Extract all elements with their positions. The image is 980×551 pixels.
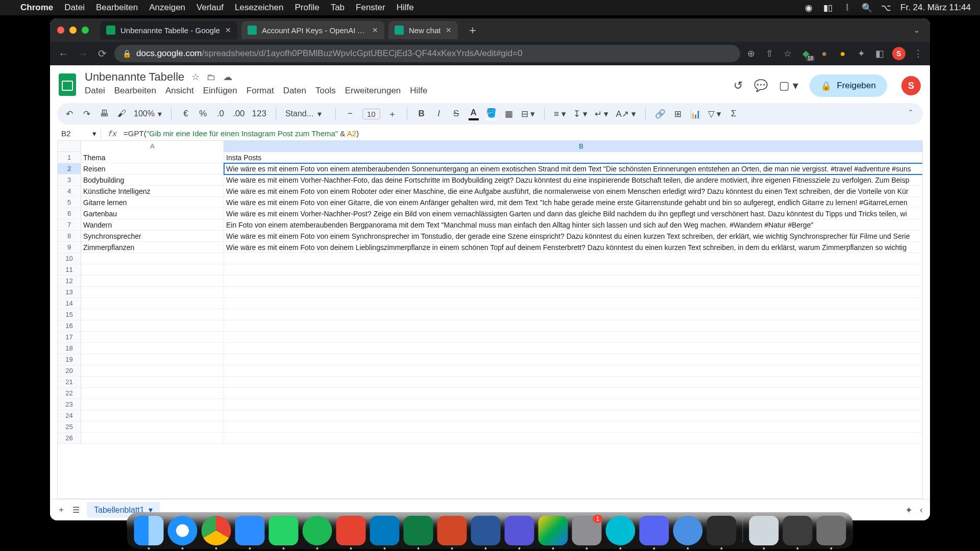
dock-item-chrome[interactable] [202, 516, 231, 545]
row-header[interactable]: 17 [58, 332, 81, 343]
filter-button[interactable]: ▽ ▾ [708, 109, 722, 119]
cell[interactable]: Künstliche Intelligenz [81, 186, 224, 197]
wifi-icon[interactable]: ⧙ [842, 3, 852, 13]
row-header[interactable]: 7 [58, 219, 81, 231]
menu-item[interactable]: Hilfe [410, 86, 427, 96]
extension-icon[interactable]: ◆18 [800, 48, 812, 59]
sidepanel-icon[interactable]: ◧ [874, 48, 885, 59]
name-box[interactable]: B2▾ [57, 129, 101, 138]
cell[interactable] [224, 433, 923, 444]
close-window-button[interactable] [57, 27, 64, 34]
cell[interactable] [224, 421, 923, 433]
dock-item-audio[interactable] [707, 516, 737, 545]
profile-avatar[interactable]: S [892, 47, 905, 60]
menubar-clock[interactable]: Fr. 24. März 11:44 [900, 3, 971, 13]
side-panel-toggle-icon[interactable]: ‹ [920, 505, 923, 515]
cell[interactable]: Wandern [81, 219, 224, 231]
align-button[interactable]: ≡ ▾ [554, 109, 566, 119]
valign-button[interactable]: ↧ ▾ [573, 109, 587, 119]
cell[interactable]: Wie wäre es mit einem Foto von einer Git… [224, 197, 923, 208]
dock-item-excel[interactable] [404, 516, 433, 545]
cell[interactable] [224, 320, 923, 332]
cell[interactable]: Ein Foto von einem atemberaubenden Bergp… [224, 219, 923, 231]
italic-button[interactable]: I [434, 109, 444, 119]
cell[interactable] [224, 298, 923, 309]
menubar-item[interactable]: Lesezeichen [235, 3, 283, 13]
cell[interactable]: Zimmerpflanzen [81, 242, 224, 253]
dock-item-drive[interactable] [538, 516, 568, 545]
cloud-status-icon[interactable]: ☁ [223, 71, 232, 83]
close-tab-icon[interactable]: ✕ [446, 26, 452, 34]
cell[interactable]: Wie wäre es mit einem Vorher-Nachher-Fot… [224, 174, 923, 186]
cell[interactable] [81, 253, 224, 264]
comment-button[interactable]: ⊞ [673, 109, 683, 119]
spreadsheet-grid[interactable]: A B 1ThemaInsta Posts2ReisenWie wäre es … [57, 141, 923, 499]
dock-item-mission-control[interactable] [783, 516, 813, 545]
cell[interactable] [224, 332, 923, 343]
decrease-decimal-button[interactable]: .0 [215, 109, 226, 119]
cell[interactable] [224, 253, 923, 264]
cell[interactable] [224, 410, 923, 421]
bold-button[interactable]: B [416, 109, 427, 119]
menu-item[interactable]: Ansicht [165, 86, 194, 96]
cell[interactable] [81, 410, 224, 421]
print-button[interactable]: 🖶 [99, 109, 109, 119]
more-formats-button[interactable]: 123 [252, 109, 266, 119]
share-button[interactable]: 🔒 Freigeben [810, 74, 887, 97]
menubar-item[interactable]: Profile [295, 3, 319, 13]
cell[interactable] [224, 365, 923, 377]
menubar-item[interactable]: Verlauf [197, 3, 224, 13]
menubar-item[interactable]: Datei [64, 3, 85, 13]
cell[interactable] [81, 421, 224, 433]
cell[interactable] [224, 309, 923, 320]
browser-tab[interactable]: New chat ✕ [388, 21, 458, 39]
close-tab-icon[interactable]: ✕ [225, 26, 231, 34]
row-header[interactable]: 3 [58, 174, 81, 186]
cell[interactable] [224, 264, 923, 276]
row-header[interactable]: 12 [58, 276, 81, 287]
cell[interactable]: Synchronsprecher [81, 231, 224, 242]
row-header[interactable]: 25 [58, 421, 81, 433]
cell[interactable] [81, 287, 224, 298]
redo-button[interactable]: ↷ [82, 109, 92, 119]
all-sheets-button[interactable]: ☰ [72, 505, 80, 515]
text-color-button[interactable]: A [469, 108, 479, 120]
row-header[interactable]: 10 [58, 253, 81, 264]
share-icon[interactable]: ⇧ [764, 48, 775, 59]
row-header[interactable]: 21 [58, 377, 81, 388]
menu-item[interactable]: Bearbeiten [114, 86, 156, 96]
row-header[interactable]: 20 [58, 365, 81, 377]
dock-item-zoom[interactable] [235, 516, 265, 545]
row-header[interactable]: 15 [58, 309, 81, 320]
address-bar[interactable]: 🔒 docs.google.com/spreadsheets/d/1ayofh0… [114, 45, 740, 62]
dock-item-trash[interactable] [817, 516, 846, 545]
cell[interactable] [81, 343, 224, 354]
browser-tab[interactable]: Account API Keys - OpenAI API ✕ [241, 21, 384, 39]
extension-icon[interactable]: ● [819, 48, 830, 59]
font-size-input[interactable]: 10 [362, 109, 380, 119]
cell[interactable]: Wie wäre es mit einem Vorher-Nachher-Pos… [224, 208, 923, 219]
row-header[interactable]: 11 [58, 264, 81, 276]
history-icon[interactable]: ↺ [733, 79, 743, 92]
borders-button[interactable]: ▦ [504, 109, 514, 119]
row-header[interactable]: 24 [58, 410, 81, 421]
battery-icon[interactable]: ▮▯ [823, 3, 833, 13]
collapse-toolbar-icon[interactable]: ˆ [905, 109, 916, 119]
functions-button[interactable]: Σ [728, 109, 739, 119]
cell[interactable]: Thema [81, 152, 224, 163]
dock-item-trello[interactable] [370, 516, 400, 545]
paint-format-button[interactable]: 🖌 [116, 109, 127, 119]
document-title[interactable]: Unbenannte Tabelle [85, 70, 184, 84]
cell[interactable] [81, 377, 224, 388]
dock-item-powerpoint[interactable] [437, 516, 467, 545]
back-button[interactable]: ← [56, 48, 70, 60]
move-icon[interactable]: 🗀 [207, 72, 216, 83]
cell[interactable] [81, 365, 224, 377]
row-header[interactable]: 23 [58, 399, 81, 410]
undo-button[interactable]: ↶ [64, 109, 75, 119]
strikethrough-button[interactable]: S [451, 109, 461, 119]
menu-item[interactable]: Daten [283, 86, 306, 96]
menubar-app-name[interactable]: Chrome [20, 3, 53, 13]
cell[interactable] [81, 354, 224, 365]
minimize-window-button[interactable] [69, 27, 77, 34]
